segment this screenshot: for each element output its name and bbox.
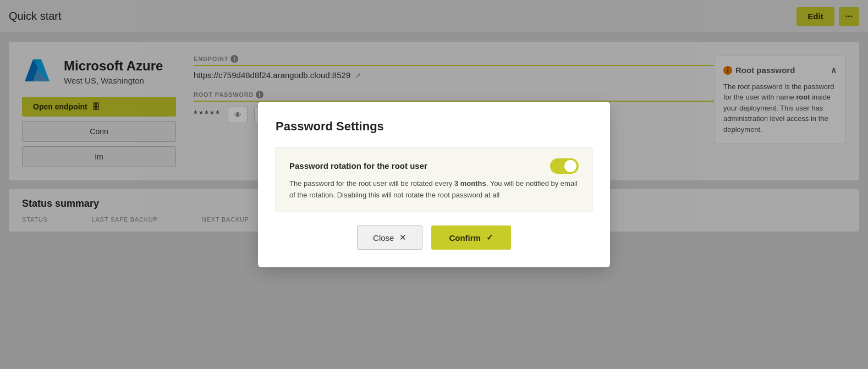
modal-overlay: Password Settings Password rotation for …	[0, 0, 868, 369]
modal-title: Password Settings	[276, 119, 592, 134]
close-icon: ✕	[399, 233, 406, 243]
modal-actions: Close ✕ Confirm ✓	[276, 225, 592, 250]
confirm-button[interactable]: Confirm ✓	[431, 225, 511, 250]
modal-option-title: Password rotation for the root user	[289, 161, 427, 170]
close-button[interactable]: Close ✕	[357, 225, 422, 250]
modal-option-header: Password rotation for the root user	[289, 158, 579, 174]
modal-option-description: The password for the root user will be r…	[289, 178, 579, 201]
check-icon: ✓	[486, 233, 493, 243]
password-rotation-toggle[interactable]	[550, 158, 579, 174]
password-settings-modal: Password Settings Password rotation for …	[258, 102, 610, 268]
modal-option-card: Password rotation for the root user The …	[276, 147, 592, 213]
toggle-slider	[550, 158, 579, 174]
